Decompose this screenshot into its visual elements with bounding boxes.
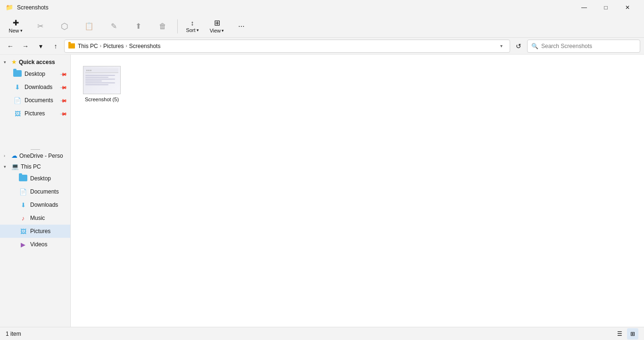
minimize-button[interactable]: — [573, 0, 595, 15]
address-folder-icon [68, 42, 76, 50]
onedrive-icon: ☁ [11, 152, 17, 159]
sidebar-onedrive-header[interactable]: › ☁ OneDrive - Perso [0, 150, 70, 161]
search-bar[interactable]: 🔍 [527, 40, 640, 53]
thumb-line-5 [85, 82, 115, 83]
paste-icon: 📋 [84, 23, 94, 30]
grid-view-button[interactable]: ⊞ [627, 328, 638, 340]
view-label: View [210, 28, 221, 33]
file-thumbnail-screenshot5 [83, 66, 121, 94]
sidebar-item-desktop-quick[interactable]: Desktop 📌 [0, 67, 70, 81]
rename-icon: ✎ [111, 23, 117, 30]
documents-quick-pin: 📌 [60, 97, 67, 104]
breadcrumb-pictures[interactable]: Pictures [103, 43, 124, 49]
thispc-icon: 💻 [11, 163, 19, 170]
onedrive-label: OneDrive - Perso [19, 153, 63, 159]
window-controls: — □ ✕ [573, 0, 638, 15]
videos-pc-icon: ▶ [19, 241, 27, 248]
title-bar-folder-icon: 📁 [6, 4, 13, 11]
thumb-line-3 [85, 79, 115, 80]
file-area[interactable]: Screenshot (5) [71, 55, 644, 327]
list-view-button[interactable]: ☰ [614, 328, 625, 340]
sort-label: Sort [186, 27, 195, 33]
title-bar: 📁 Screenshots — □ ✕ [0, 0, 644, 15]
sort-chevron: ▾ [197, 28, 199, 32]
downloads-pc-icon: ⬇ [19, 202, 27, 209]
sidebar-item-pictures-pc[interactable]: 🖼 Pictures [0, 225, 70, 238]
desktop-pc-label: Desktop [30, 175, 66, 182]
search-icon: 🔍 [531, 43, 538, 49]
videos-pc-label: Videos [30, 241, 66, 248]
paste-button[interactable]: 📋 [77, 17, 101, 36]
file-item-screenshot5[interactable]: Screenshot (5) [78, 62, 125, 106]
sidebar-thispc-header[interactable]: ▾ 💻 This PC [0, 161, 70, 172]
status-item-count: 1 item [6, 331, 21, 337]
documents-pc-label: Documents [30, 188, 66, 195]
view-icon: ⊞ [214, 19, 220, 27]
desktop-quick-pin: 📌 [60, 70, 67, 78]
view-chevron: ▾ [222, 28, 224, 33]
sidebar-item-music-pc[interactable]: ♪ Music [0, 211, 70, 225]
new-icon: ✚ [13, 19, 19, 27]
copy-button[interactable]: ⬡ [53, 17, 76, 36]
breadcrumb-screenshots[interactable]: Screenshots [129, 43, 161, 49]
share-button[interactable]: ⬆ [126, 17, 150, 36]
maximize-button[interactable]: □ [595, 0, 617, 15]
address-dropdown-button[interactable]: ▾ [496, 40, 506, 53]
thispc-chevron: ▾ [4, 164, 9, 169]
thumb-line-1 [85, 75, 115, 76]
sidebar: ▾ ★ Quick access Desktop 📌 ⬇ Downloads 📌… [0, 55, 71, 327]
thumb-line-6 [85, 84, 108, 85]
sidebar-item-desktop-pc[interactable]: Desktop [0, 172, 70, 185]
pictures-pc-label: Pictures [30, 228, 66, 235]
toolbar: ✚ New ▾ ✂ ⬡ 📋 ✎ ⬆ 🗑 ↕ Sort ▾ ⊞ View ▾ · [0, 15, 644, 38]
delete-icon: 🗑 [159, 23, 166, 30]
new-chevron: ▾ [20, 28, 23, 33]
address-bar[interactable]: This PC › Pictures › Screenshots ▾ [64, 40, 510, 53]
new-button[interactable]: ✚ New ▾ [4, 17, 27, 36]
copy-icon: ⬡ [61, 22, 68, 31]
view-button[interactable]: ⊞ View ▾ [205, 17, 229, 36]
sidebar-item-downloads-pc[interactable]: ⬇ Downloads [0, 198, 70, 211]
list-view-icon: ☰ [617, 331, 622, 337]
more-button[interactable]: ··· [230, 17, 253, 36]
quickaccess-label: Quick access [19, 59, 55, 65]
sort-button[interactable]: ↕ Sort ▾ [181, 17, 204, 36]
new-label: New [8, 28, 19, 33]
toolbar-separator [177, 19, 178, 33]
forward-button[interactable]: → [19, 40, 32, 53]
breadcrumb-thispc[interactable]: This PC [78, 43, 98, 49]
sidebar-item-pictures-quick[interactable]: 🖼 Pictures 📌 [0, 107, 70, 120]
pictures-quick-pin: 📌 [60, 110, 67, 117]
onedrive-chevron: › [4, 154, 9, 158]
nav-bar: ← → ▾ ↑ This PC › Pictures › Screenshots… [0, 38, 644, 55]
up-button[interactable]: ↑ [49, 40, 62, 53]
close-button[interactable]: ✕ [617, 0, 638, 15]
sidebar-spacer [0, 120, 70, 148]
desktop-quick-icon [13, 70, 22, 78]
downloads-quick-label: Downloads [25, 84, 58, 90]
file-grid: Screenshot (5) [78, 62, 636, 106]
back-button[interactable]: ← [4, 40, 17, 53]
more-icon: ··· [238, 23, 244, 30]
pictures-quick-label: Pictures [25, 110, 58, 117]
sidebar-item-downloads-quick[interactable]: ⬇ Downloads 📌 [0, 81, 70, 94]
thispc-label: This PC [21, 163, 41, 170]
delete-button[interactable]: 🗑 [151, 17, 174, 36]
rename-button[interactable]: ✎ [102, 17, 125, 36]
music-pc-label: Music [30, 215, 66, 221]
sidebar-quickaccess-header[interactable]: ▾ ★ Quick access [0, 57, 70, 67]
search-input[interactable] [541, 43, 636, 49]
desktop-pc-icon [19, 175, 27, 183]
recent-locations-button[interactable]: ▾ [34, 40, 47, 53]
downloads-quick-pin: 📌 [60, 83, 67, 91]
breadcrumb: This PC › Pictures › Screenshots [78, 43, 495, 49]
downloads-pc-label: Downloads [30, 202, 66, 208]
pictures-pc-icon: 🖼 [19, 228, 27, 235]
cut-button[interactable]: ✂ [28, 17, 52, 36]
sidebar-item-videos-pc[interactable]: ▶ Videos [0, 238, 70, 251]
refresh-button[interactable]: ↺ [512, 40, 525, 53]
sidebar-item-documents-quick[interactable]: 📄 Documents 📌 [0, 94, 70, 107]
music-pc-icon: ♪ [19, 215, 27, 222]
sort-icon: ↕ [191, 20, 194, 26]
sidebar-item-documents-pc[interactable]: 📄 Documents [0, 185, 70, 198]
